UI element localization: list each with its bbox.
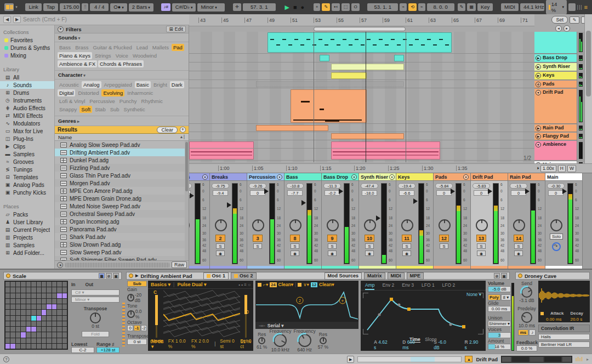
scale-grid-cell[interactable] (47, 316, 51, 321)
predelay-knob[interactable] (521, 312, 532, 323)
scale-grid-cell[interactable] (5, 282, 10, 287)
scale-grid-cell[interactable] (52, 282, 56, 287)
scale-grid-cell[interactable] (31, 327, 36, 332)
sidebar-item-max-for-live[interactable]: ▭Max for Live (0, 127, 54, 135)
volume-value-field[interactable]: -9.4 (213, 190, 228, 196)
scale-grid-cell[interactable] (31, 316, 36, 321)
scale-name-selector[interactable]: Minor (197, 3, 225, 12)
track-header-pads[interactable]: ⊘Pads (534, 81, 577, 88)
ir-category-select[interactable]: Halls (538, 334, 590, 340)
mixer-strip-rain-pad[interactable]: Rain Pad-13.014S◉6061218243036424860 (508, 173, 545, 269)
scale-grid-cell[interactable] (62, 321, 67, 326)
scale-grid-cell[interactable] (47, 338, 51, 343)
next-locator-icon[interactable]: ▸ (563, 25, 570, 32)
follow-icon[interactable]: ✛ (233, 3, 241, 11)
scale-grid-cell[interactable] (31, 344, 36, 349)
scale-grid-cell[interactable] (57, 304, 61, 309)
filter-tag[interactable]: Soft (79, 106, 92, 113)
scale-grid-cell[interactable] (21, 299, 25, 304)
tab-osc-2[interactable]: Osc 2 (231, 272, 257, 280)
filter-tag[interactable]: Arpeggiated (103, 81, 134, 88)
scale-grid-cell[interactable] (62, 293, 67, 298)
punch-out-icon[interactable]: ⌁ (418, 3, 425, 11)
scale-grid-cell[interactable] (10, 299, 15, 304)
scale-grid-cell[interactable] (57, 310, 61, 315)
solo-button[interactable]: S (328, 243, 337, 249)
device-chain-overview[interactable] (357, 356, 462, 362)
speaker-icon[interactable]: 🕨 (536, 166, 539, 171)
scale-grid-cell[interactable] (47, 299, 51, 304)
scale-grid-cell[interactable] (10, 287, 15, 292)
mixer-track-title[interactable]: Breaks (210, 173, 247, 181)
sidebar-place-item[interactable]: ▱Packs (0, 211, 54, 218)
scale-grid-cell[interactable] (42, 338, 46, 343)
ms-toggle[interactable]: ms (518, 329, 529, 335)
wavetable-device-title-bar[interactable]: ▶ Drifting Ambient Pad Osc 1 Osc 2 Mod S… (126, 272, 510, 280)
osc-detune-value[interactable]: Det 0 ct (240, 338, 253, 349)
chevron-down-icon[interactable]: ▾ (463, 174, 469, 180)
mixer-track-title[interactable]: Keys (396, 173, 433, 181)
scale-grid-cell[interactable] (5, 316, 10, 321)
scale-grid-cell[interactable] (21, 327, 25, 332)
arrangement-clip[interactable] (267, 32, 452, 53)
transpose-knob[interactable] (90, 312, 101, 323)
scale-grid-cell[interactable] (62, 299, 67, 304)
glide-field[interactable]: 0.00 ms (488, 306, 511, 312)
arrangement-clip[interactable] (394, 55, 404, 61)
env-subtab-lfo-2[interactable]: LFO 2 (442, 282, 456, 290)
track-number-box[interactable]: 14 (514, 235, 523, 242)
scale-grid-cell[interactable] (26, 304, 31, 309)
scale-grid-cell[interactable] (42, 332, 46, 337)
osc-fx2-value[interactable]: FX 2 0.0 % (191, 338, 210, 349)
scale-grid-cell[interactable] (16, 304, 20, 309)
track-header-synth-riser[interactable]: ▶Synth Riser (534, 63, 577, 71)
volume-value-field[interactable]: 0 (474, 190, 489, 196)
crossfader-assign-icon[interactable] (552, 242, 561, 251)
fader-handle[interactable] (376, 215, 380, 221)
scale-grid-cell[interactable] (26, 332, 31, 337)
sidebar-place-item[interactable]: ⊞Add Folder... (0, 249, 54, 257)
sidebar-collection-item[interactable]: Favorites (0, 36, 54, 44)
scale-grid-cell[interactable] (47, 304, 51, 309)
save-preset-icon[interactable]: ▣ (113, 273, 119, 278)
arrangement-track-lane[interactable] (189, 124, 534, 132)
key-map-button[interactable]: Key (477, 3, 493, 11)
scale-grid-cell[interactable] (57, 327, 61, 332)
loop-icon[interactable]: ⟲ (408, 3, 417, 11)
scale-grid-cell[interactable] (42, 293, 46, 298)
arrangement-loop-brace[interactable] (314, 27, 406, 31)
session-record-icon[interactable]: O (351, 3, 359, 11)
mixer-strip-breaks[interactable]: Breaks-9.75-9.42S◉6061218243036424860 (210, 173, 247, 269)
zoom-level-field[interactable]: 1.00x (540, 165, 556, 172)
wavetable-name-select[interactable]: Pulse Dual ▾ (177, 282, 206, 287)
adsr-value[interactable]: R 2.90 s (464, 339, 481, 350)
scale-grid-cell[interactable] (16, 282, 20, 287)
scale-grid-cell[interactable] (10, 332, 15, 337)
env-subtab-lfo-1[interactable]: LFO 1 (422, 282, 435, 290)
filter-tag[interactable]: Stab (93, 106, 107, 113)
scale-grid-cell[interactable] (62, 304, 67, 309)
track-header-drift-pad[interactable]: ▾Drift Pad (534, 89, 577, 124)
scale-grid-cell[interactable] (16, 316, 20, 321)
peak-level-display[interactable]: -13. (510, 183, 527, 189)
chevron-down-icon[interactable]: ▾ (277, 174, 282, 180)
volume-value-field[interactable]: 0 (511, 190, 526, 196)
sidebar-item-grooves[interactable]: ≈Grooves (0, 158, 54, 166)
arrangement-track-lane[interactable] (189, 133, 534, 140)
clear-filters-button[interactable]: Clear (157, 127, 178, 133)
browser-back-icon[interactable]: ◀ (3, 16, 11, 23)
sidebar-item-instruments[interactable]: ◷Instruments (0, 96, 54, 104)
scale-grid-cell[interactable] (47, 310, 51, 315)
mixer-track-title[interactable]: Synth Riser▾ (359, 173, 396, 181)
scale-grid-cell[interactable] (5, 293, 10, 298)
pan-knob[interactable] (327, 219, 339, 231)
tap-tempo-button[interactable]: Tap (43, 3, 58, 11)
fader-handle[interactable] (190, 193, 194, 198)
solo-button[interactable]: S (365, 243, 374, 249)
volume-value-field[interactable]: 0 (436, 190, 452, 196)
scale-grid-cell[interactable] (52, 327, 56, 332)
scale-mode-icon[interactable]: ♪# (161, 3, 170, 11)
scale-grid-cell[interactable] (37, 316, 41, 321)
browser-result-item[interactable]: Analog Slow Sweep Pad.adv (55, 141, 185, 149)
scale-grid-cell[interactable] (16, 321, 20, 326)
